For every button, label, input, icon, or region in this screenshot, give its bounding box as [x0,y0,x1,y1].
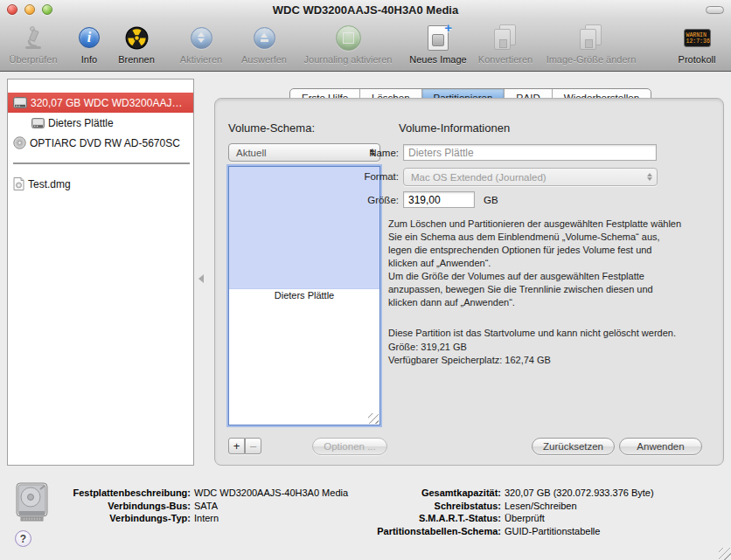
burn-icon [125,22,149,53]
help-button[interactable]: ? [15,530,31,547]
mount-button: Aktivieren [175,22,227,69]
footer-info: Festplattenbeschreibung:WDC WD3200AAJS-4… [0,466,731,560]
convert-image-icon [492,22,519,53]
burn-button[interactable]: Brennen [114,22,159,69]
sidebar-item-label: OPTIARC DVD RW AD-5670SC [30,137,180,149]
apply-button[interactable]: Anwenden [619,438,702,455]
options-button: Optionen ... [312,438,387,455]
volume-schema-label: Volume-Schema: [228,121,315,135]
titlebar[interactable]: WDC WD3200AAJS-40H3A0 Media [0,0,731,19]
sidebar-item-disk[interactable]: 320,07 GB WDC WD3200AAJ… [8,93,193,113]
optical-drive-icon [13,136,26,149]
table-row: Schreibstatus:Lesen/Schreiben [245,500,654,513]
table-row: S.M.A.R.T.-Status:Überprüft [245,512,654,525]
format-label: Format: [324,171,399,182]
size-field[interactable]: 319,00 [403,191,475,208]
disk-utility-window: WDC WD3200AAJS-40H3A0 Media Überprüfen i [0,0,731,560]
name-field[interactable]: Dieters Plättle [403,144,657,161]
enable-journaling-icon [336,22,361,53]
partition-volume-label: Dieters Plättle [229,290,379,301]
eject-icon [254,22,275,53]
remove-partition-button[interactable]: – [245,438,261,454]
window-resize-grip-icon[interactable] [719,548,731,560]
note-line: Verfügbarer Speicherplatz: 162,74 GB [388,354,703,368]
size-label: Größe: [324,195,399,205]
verify-microscope-icon [22,22,45,53]
sidebar-separator [13,162,190,164]
description-paragraph: Zum Löschen und Partitionieren der ausge… [388,218,682,270]
resize-image-button: Image-Größe ändern [539,22,644,69]
partition-pane: Volume-Schema: Volume-Informationen Aktu… [214,98,724,466]
reset-button[interactable]: Zurücksetzen [532,438,615,455]
partition-notes: Diese Partition ist das Startvolume und … [388,327,703,368]
hard-disk-icon [13,97,27,108]
popup-arrows-icon [647,173,652,181]
add-partition-button[interactable]: + [228,438,245,454]
info-button[interactable]: i Info [72,22,107,69]
description-paragraph: Um die Größe der Volumes auf der ausgewä… [388,270,682,309]
log-button[interactable]: WARNIN12:7:36 Protokoll [672,22,722,69]
format-popup: Mac OS Extended (Journaled) [403,168,658,186]
volume-informationen-header: Volume-Informationen [399,121,510,135]
sidebar-item-optical-drive[interactable]: OPTIARC DVD RW AD-5670SC [8,133,193,153]
info-icon: i [79,22,100,53]
new-image-icon: + [428,22,449,53]
disk-info-table-right: Gesamtkapazität:320,07 GB (320.072.933.3… [245,487,654,537]
partition-description: Zum Löschen und Partitionieren der ausge… [388,218,682,309]
convert-button: Konvertieren [476,22,535,69]
hard-disk-large-icon [16,482,48,525]
window-chrome: WDC WD3200AAJS-40H3A0 Media Überprüfen i [0,0,731,72]
note-line: Größe: 319,21 GB [388,341,703,355]
splitter-grabber-icon[interactable] [198,274,204,283]
window-title: WDC WD3200AAJS-40H3A0 Media [0,3,731,17]
table-row: Partitionstabellen-Schema:GUID-Partition… [245,525,654,538]
toolbar-toggle-pill[interactable] [706,6,724,14]
new-image-button[interactable]: + Neues Image [406,22,470,69]
sidebar-item-disk-image[interactable]: Test.dmg [8,174,193,194]
size-unit-label: GB [484,195,498,205]
volume-icon [31,118,45,128]
resize-image-icon [578,22,604,53]
sidebar-item-volume[interactable]: Dieters Plättle [8,113,193,133]
sidebar-item-label: Dieters Plättle [48,117,114,129]
sidebar-item-label: 320,07 GB WDC WD3200AAJ… [31,97,182,109]
partition-resize-grip-icon[interactable] [368,413,379,424]
sidebar-item-label: Test.dmg [28,178,71,190]
log-icon: WARNIN12:7:36 [684,22,711,53]
table-row: Gesamtkapazität:320,07 GB (320.072.933.3… [245,487,654,500]
toolbar: Überprüfen i Info Brennen [0,19,731,71]
disk-image-icon [13,177,24,190]
eject-button: Auswerfen [236,22,292,69]
name-label: Name: [324,148,399,158]
verify-button: Überprüfen [5,22,61,69]
note-line: Diese Partition ist das Startvolume und … [388,327,703,341]
device-list: 320,07 GB WDC WD3200AAJ… Dieters Plättle [7,79,194,466]
mount-icon [191,22,212,53]
partition-used-region[interactable] [229,167,379,289]
enable-journaling-button: Journaling aktivieren [297,22,399,69]
